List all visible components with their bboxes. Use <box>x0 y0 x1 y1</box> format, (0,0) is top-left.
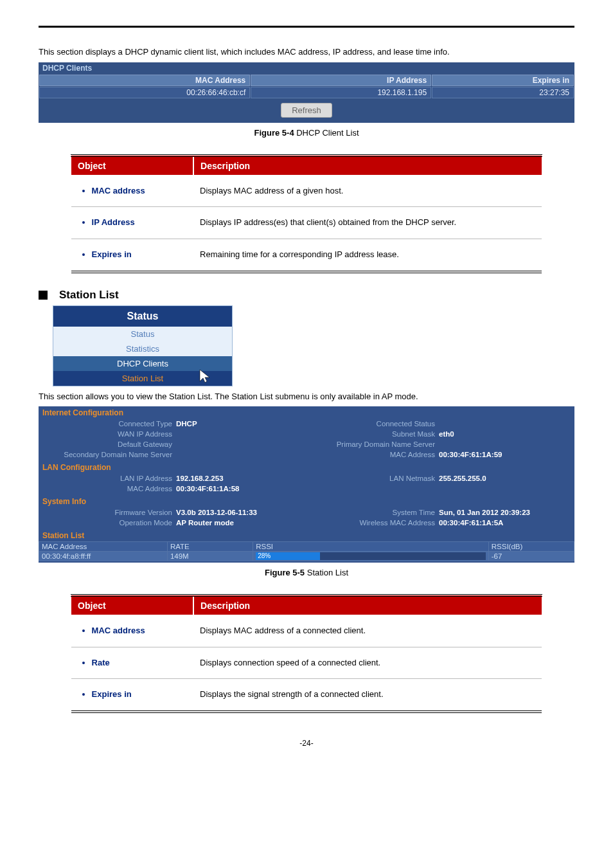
val-op-mode: AP Router mode <box>176 519 234 527</box>
table-row: MAC address Displays MAC address of a co… <box>71 615 542 647</box>
lbl-lan-netmask: LAN Netmask <box>306 475 435 482</box>
val-lan-netmask: 255.255.255.0 <box>439 475 486 482</box>
val-lan-ip: 192.168.2.253 <box>176 475 224 482</box>
refresh-row: Refresh <box>39 99 574 118</box>
col-sl-mac: MAC Address <box>39 542 168 552</box>
desc-rate: Displays connection speed of a connected… <box>193 647 542 679</box>
header-description: Description <box>193 156 542 176</box>
val-mac-address: 00:30:4F:61:1A:59 <box>439 451 502 458</box>
lan-config-grid: LAN IP Address192.168.2.253 LAN Netmask2… <box>39 473 574 495</box>
status-info-panel: Internet Configuration Connected TypeDHC… <box>39 406 574 563</box>
header-description-2: Description <box>193 595 542 615</box>
square-bullet-icon <box>39 291 48 300</box>
desc-mac-2: Displays MAC address of a connected clie… <box>193 615 542 647</box>
dhcp-clients-table: MAC Address IP Address Expires in 00:26:… <box>39 74 574 99</box>
station-list-heading: Station List <box>39 289 574 302</box>
val-subnet-mask: eth0 <box>439 430 454 438</box>
page-number: -24- <box>39 739 574 748</box>
col-sl-rssidb: RSSI(dB) <box>488 542 574 552</box>
lbl-secondary-dns: Secondary Domain Name Server <box>44 451 172 458</box>
section-system-info: System Info <box>39 495 574 507</box>
cell-expires: 23:27:35 <box>432 87 574 98</box>
col-sl-rate: RATE <box>167 542 253 552</box>
section-lan-config: LAN Configuration <box>39 461 574 473</box>
val-system-time: Sun, 01 Jan 2012 20:39:23 <box>439 509 530 516</box>
header-object-2: Object <box>71 595 194 615</box>
table-row: Rate Displays connection speed of a conn… <box>71 647 542 679</box>
table-row: MAC address Displays MAC address of a gi… <box>71 175 542 207</box>
col-expires: Expires in <box>432 75 574 86</box>
desc-expires-2: Displays the signal strength of a connec… <box>193 679 542 712</box>
desc-ip: Displays IP address(es) that client(s) o… <box>193 207 542 239</box>
top-rule <box>39 26 574 28</box>
table-row: 00:30:4f:a8:ff:ff 149M 28% -67 <box>39 552 574 561</box>
desc-mac: Displays MAC address of a given host. <box>193 175 542 207</box>
obj-expires-2: Expires in <box>92 687 188 703</box>
lbl-wireless-mac: Wireless MAC Address <box>306 519 435 527</box>
figure-5-5-label: Figure 5-5 <box>265 568 305 577</box>
figure-5-4-text: DHCP Client List <box>294 128 359 138</box>
lbl-lan-ip: LAN IP Address <box>44 475 172 482</box>
lbl-subnet-mask: Subnet Mask <box>306 430 435 438</box>
cell-sl-rssi: 28% <box>253 552 489 561</box>
nav-item-station-list[interactable]: Station List <box>53 371 232 386</box>
lbl-connected-status: Connected Status <box>306 420 435 428</box>
desc-expires: Remaining time for a corresponding IP ad… <box>193 239 542 271</box>
figure-5-4-caption: Figure 5-4 DHCP Client List <box>39 128 574 138</box>
lbl-wan-ip: WAN IP Address <box>44 430 172 438</box>
station-list-table: MAC Address RATE RSSI RSSI(dB) 00:30:4f:… <box>39 541 574 561</box>
lbl-firmware: Firmware Version <box>44 509 172 516</box>
col-mac: MAC Address <box>39 75 250 86</box>
cell-sl-mac: 00:30:4f:a8:ff:ff <box>39 552 168 561</box>
figure-5-4-label: Figure 5-4 <box>254 128 294 138</box>
obj-expires: Expires in <box>92 247 188 263</box>
section-station-list: Station List <box>39 529 574 541</box>
refresh-button[interactable]: Refresh <box>281 103 332 118</box>
cell-sl-rssidb: -67 <box>488 552 574 561</box>
station-list-title: Station List <box>59 289 119 302</box>
nav-item-station-list-label: Station List <box>122 374 163 383</box>
col-ip: IP Address <box>251 75 431 86</box>
nav-item-status[interactable]: Status <box>53 327 232 341</box>
col-sl-rssi: RSSI <box>253 542 489 552</box>
object-description-table-2: Object Description MAC address Displays … <box>71 594 542 713</box>
lbl-connected-type: Connected Type <box>44 420 172 428</box>
obj-mac-2: MAC address <box>92 623 188 639</box>
lbl-default-gw: Default Gateway <box>44 440 172 448</box>
intro-station-list: This section allows you to view the Stat… <box>39 390 574 403</box>
table-row: Expires in Displays the signal strength … <box>71 679 542 712</box>
system-info-grid: Firmware VersionV3.0b 2013-12-06-11:33 S… <box>39 507 574 529</box>
val-lan-mac: 00:30:4F:61:1A:58 <box>176 485 239 493</box>
val-wireless-mac: 00:30:4F:61:1A:5A <box>439 519 503 527</box>
lbl-primary-dns: Primary Domain Name Server <box>306 440 435 448</box>
table-row: 00:26:66:46:cb:cf 192.168.1.195 23:27:35 <box>39 87 574 98</box>
object-description-table-1: Object Description MAC address Displays … <box>71 154 542 273</box>
obj-mac: MAC address <box>92 183 188 199</box>
obj-ip: IP Address <box>92 215 188 231</box>
dhcp-clients-panel: DHCP Clients MAC Address IP Address Expi… <box>39 62 574 123</box>
table-row: IP Address Displays IP address(es) that … <box>71 207 542 239</box>
dhcp-panel-title: DHCP Clients <box>39 62 574 74</box>
section-internet-config: Internet Configuration <box>39 406 574 419</box>
obj-rate: Rate <box>92 655 188 671</box>
cursor-icon <box>197 368 213 387</box>
rssi-bar: 28% <box>256 552 486 560</box>
figure-5-5-text: Station List <box>305 568 348 577</box>
lbl-lan-mac: MAC Address <box>44 485 172 493</box>
lbl-op-mode: Operation Mode <box>44 519 172 527</box>
val-connected-type: DHCP <box>176 420 197 428</box>
cell-mac: 00:26:66:46:cb:cf <box>39 87 250 98</box>
nav-item-statistics[interactable]: Statistics <box>53 341 232 356</box>
cell-ip: 192.168.1.195 <box>251 87 431 98</box>
lbl-mac-address: MAC Address <box>306 451 435 458</box>
figure-5-5-caption: Figure 5-5 Station List <box>39 568 574 577</box>
intro-dhcp: This section displays a DHCP dynamic cli… <box>39 46 574 59</box>
header-object: Object <box>71 156 194 176</box>
cell-sl-rate: 149M <box>167 552 253 561</box>
lbl-system-time: System Time <box>306 509 435 516</box>
table-row: Expires in Remaining time for a correspo… <box>71 239 542 271</box>
nav-title[interactable]: Status <box>53 306 232 327</box>
val-firmware: V3.0b 2013-12-06-11:33 <box>176 509 257 516</box>
internet-config-grid: Connected TypeDHCP Connected Status WAN … <box>39 419 574 461</box>
rssi-bar-fill: 28% <box>256 552 320 560</box>
